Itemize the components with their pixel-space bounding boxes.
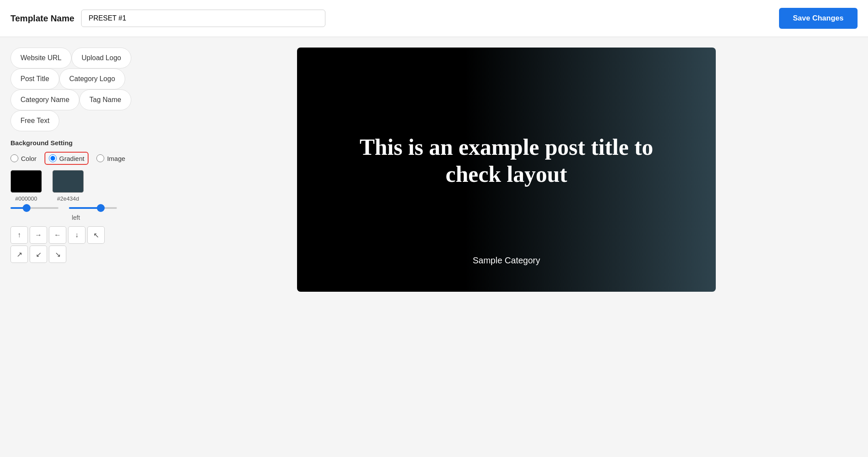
header-left: Template Name [10,10,325,27]
radio-option-image[interactable]: Image [96,154,125,162]
radio-gradient-label: Gradient [59,155,85,162]
arrow-btn-4[interactable]: ↖ [87,226,105,244]
radio-image-label: Image [107,155,125,162]
arrows-grid: ↑→←↓↖↗↙↘ [10,226,106,263]
preview-area: This is an example post title to check l… [155,48,858,292]
background-radio-group: Color Gradient Image [10,152,141,165]
arrow-btn-3[interactable]: ↓ [68,226,85,244]
swatch-item-1: #000000 [10,170,42,202]
template-name-label: Template Name [10,14,74,24]
header: Template Name Save Changes [0,0,868,37]
arrow-btn-0[interactable]: ↑ [10,226,28,244]
sidebar-btn-upload-logo[interactable]: Upload Logo [72,48,131,68]
slider-wrap-2 [69,207,117,209]
sidebar-btn-tag-name[interactable]: Tag Name [79,89,131,110]
swatch-label-1: #000000 [15,195,38,202]
background-setting-title: Background Setting [10,139,141,147]
sidebar-btn-category-logo[interactable]: Category Logo [59,68,125,89]
arrow-btn-7[interactable]: ↘ [49,246,66,263]
save-changes-button[interactable]: Save Changes [779,8,858,29]
sidebar-btn-category-name[interactable]: Category Name [10,89,79,110]
gradient-slider-1[interactable] [10,207,58,209]
swatch-item-2: #2e434d [52,170,84,202]
radio-option-color[interactable]: Color [10,154,37,162]
sidebar-btn-post-title[interactable]: Post Title [10,68,59,89]
sidebar-btn-free-text[interactable]: Free Text [10,110,59,131]
arrow-btn-6[interactable]: ↙ [30,246,47,263]
sidebar-btn-website-url[interactable]: Website URL [10,48,72,68]
gradient-slider-2[interactable] [69,207,117,209]
main-layout: Website URLUpload LogoPost TitleCategory… [0,37,868,302]
radio-color[interactable] [10,154,18,162]
color-swatches: #000000 #2e434d [10,170,141,202]
arrow-btn-2[interactable]: ← [49,226,66,244]
preview-canvas: This is an example post title to check l… [297,48,716,292]
sliders-row [10,207,141,209]
preview-category: Sample Category [473,256,540,266]
template-name-input[interactable] [81,10,325,27]
slider-wrap-1 [10,207,58,209]
color-swatch-black[interactable] [10,170,42,193]
background-setting-section: Background Setting Color Gradient [10,139,141,263]
radio-gradient[interactable] [49,154,57,162]
radio-image[interactable] [96,154,104,162]
swatch-label-2: #2e434d [57,195,79,202]
arrow-btn-1[interactable]: → [30,226,47,244]
sidebar: Website URLUpload LogoPost TitleCategory… [10,48,141,263]
direction-label: left [10,214,141,221]
color-swatch-dark[interactable] [52,170,84,193]
radio-color-label: Color [21,155,37,162]
gradient-highlight-box: Gradient [44,152,89,165]
radio-option-gradient[interactable]: Gradient [49,154,85,162]
preview-title: This is an example post title to check l… [297,134,716,188]
arrow-btn-5[interactable]: ↗ [10,246,28,263]
